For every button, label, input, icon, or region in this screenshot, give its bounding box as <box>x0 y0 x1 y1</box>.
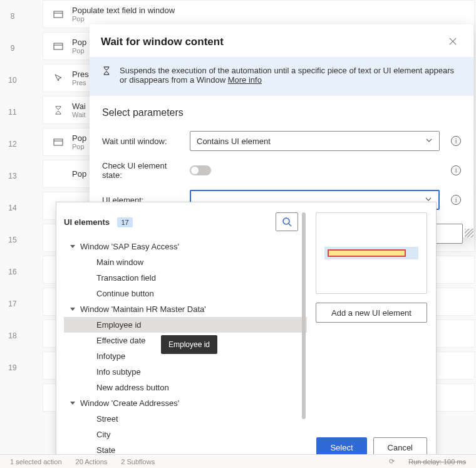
dialog-truncated-button[interactable] <box>434 224 463 244</box>
line-number: 12 <box>0 128 25 160</box>
row-title: Wai <box>72 101 86 111</box>
line-numbers: 8910111213141516171819 <box>0 0 25 383</box>
status-bar: 1 selected action 20 Actions 2 Subflows … <box>0 454 476 468</box>
tree-item[interactable]: Employee id <box>64 317 307 333</box>
tree-item[interactable]: Transaction field <box>64 270 307 286</box>
row-subtitle: Pop <box>72 15 175 23</box>
tree-item[interactable]: Info subtype <box>64 364 307 380</box>
svg-point-3 <box>283 218 289 224</box>
line-number: 13 <box>0 160 25 192</box>
info-icon[interactable]: i <box>451 195 461 205</box>
row-title: Pop <box>72 133 86 143</box>
row-icon <box>52 106 65 115</box>
line-number: 11 <box>0 96 25 128</box>
tree-item[interactable]: Continue button <box>64 286 307 301</box>
row-icon <box>52 9 65 19</box>
row-title: Pop <box>72 38 86 47</box>
banner-text: Suspends the execution of the automation… <box>120 66 461 85</box>
resize-handle[interactable] <box>465 229 473 237</box>
row-title: Pres <box>72 70 89 79</box>
tree-group[interactable]: Window 'SAP Easy Access' <box>64 239 307 254</box>
dialog-title: Wait for window content <box>101 36 224 48</box>
svg-rect-2 <box>54 139 63 145</box>
line-number: 18 <box>0 320 25 351</box>
picker-count-badge: 17 <box>117 217 132 227</box>
row-icon <box>52 137 65 147</box>
tree-item[interactable]: Street <box>64 411 307 427</box>
tree-group[interactable]: Window 'Create Addresses' <box>64 395 307 411</box>
ui-element-picker: UI elements 17 Window 'SAP Easy Access'M… <box>56 202 437 468</box>
line-number: 10 <box>0 64 25 96</box>
check-state-label: Check UI element state: <box>102 161 181 180</box>
row-title: Pop <box>72 169 86 179</box>
tree-item[interactable]: City <box>64 427 307 442</box>
run-delay-icon: ⟳ <box>389 457 395 465</box>
more-info-link[interactable]: More info <box>228 75 262 85</box>
scrollbar-thumb[interactable] <box>302 212 306 419</box>
check-state-toggle[interactable] <box>190 165 211 175</box>
svg-rect-0 <box>54 11 63 18</box>
svg-rect-1 <box>54 43 63 49</box>
tree-item[interactable]: Main window <box>64 254 307 270</box>
section-heading: Select parameters <box>90 96 473 126</box>
tree-group[interactable]: Window 'Maintain HR Master Data' <box>64 301 307 317</box>
wait-until-label: Wait until window: <box>102 137 181 146</box>
line-number: 8 <box>0 0 25 32</box>
tree-item[interactable]: New address button <box>64 380 307 395</box>
chevron-down-icon <box>425 137 433 146</box>
banner-message: Suspends the execution of the automation… <box>120 66 454 85</box>
hover-tooltip: Employee id <box>161 335 217 354</box>
line-number: 15 <box>0 224 25 256</box>
line-number: 9 <box>0 32 25 64</box>
wait-until-value: Contains UI element <box>197 137 271 146</box>
status-actions: 20 Actions <box>76 458 108 465</box>
row-subtitle: Pop <box>72 47 86 55</box>
search-button[interactable] <box>276 212 298 231</box>
add-ui-element-button[interactable]: Add a new UI element <box>316 303 427 323</box>
wait-until-dropdown[interactable]: Contains UI element <box>190 131 440 151</box>
hourglass-icon <box>102 66 111 85</box>
row-title: Populate text field in window <box>72 6 175 15</box>
picker-title: UI elements <box>64 217 110 227</box>
line-number: 19 <box>0 351 25 383</box>
status-subflows: 2 Subflows <box>121 458 155 465</box>
info-banner: Suspends the execution of the automation… <box>90 57 473 96</box>
status-run-delay: Run delay: 100 ms <box>408 458 466 465</box>
row-subtitle: Pop <box>72 143 86 150</box>
element-preview <box>316 212 427 294</box>
row-subtitle: Pres <box>72 79 89 86</box>
info-icon[interactable]: i <box>451 165 461 175</box>
line-number: 17 <box>0 288 25 320</box>
close-icon[interactable] <box>448 37 458 47</box>
line-number: 16 <box>0 256 25 288</box>
row-subtitle: Wait <box>72 111 86 118</box>
search-icon <box>282 217 292 227</box>
row-icon <box>52 73 65 83</box>
status-selected: 1 selected action <box>10 458 62 465</box>
info-icon[interactable]: i <box>451 136 461 146</box>
row-icon <box>52 41 65 51</box>
line-number: 14 <box>0 192 25 224</box>
